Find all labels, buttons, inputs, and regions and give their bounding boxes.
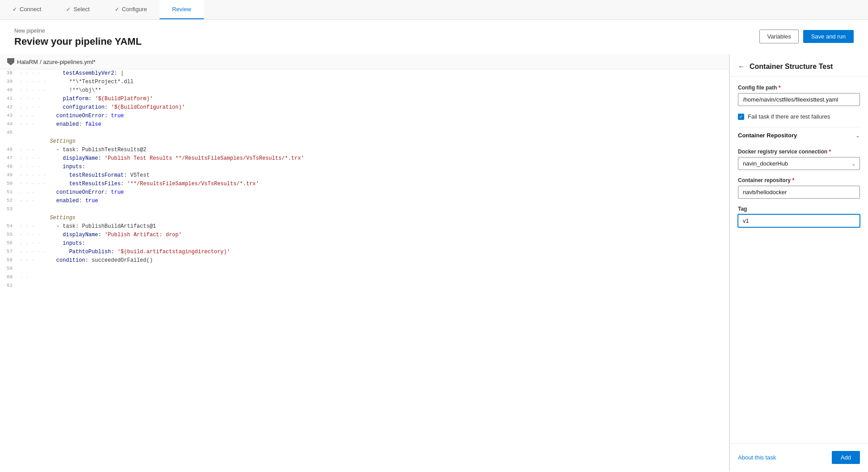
line-dots: - - - — [18, 222, 48, 231]
code-line: 45 — [0, 129, 729, 137]
line-content: **\*TestProject*.dll — [48, 78, 729, 86]
code-line: 44 - - - enabled: false — [0, 120, 729, 129]
line-content: displayName: 'Publish Test Results **/Re… — [48, 154, 729, 163]
back-arrow-icon[interactable]: ← — [738, 63, 745, 71]
line-dots: - - - - - — [18, 171, 48, 180]
line-dots: - - - - — [18, 95, 48, 103]
line-number: 61 — [0, 282, 18, 290]
line-number: 60 — [0, 273, 18, 282]
code-line: 41 - - - - platform: '$(BuildPlatform)' — [0, 95, 729, 103]
tab-select[interactable]: ✓ Select — [54, 0, 102, 19]
line-dots — [18, 265, 48, 273]
line-content: !**\obj\** — [48, 86, 729, 95]
code-line: 52 - - - enabled: true — [0, 197, 729, 205]
line-dots: - - - - - — [18, 180, 48, 188]
code-line: 61 — [0, 282, 729, 290]
line-number: 58 — [0, 256, 18, 265]
line-number: 50 — [0, 180, 18, 188]
line-content: testResultsFiles: '**/ResultsFileSamples… — [48, 180, 729, 188]
line-number: 44 — [0, 120, 18, 129]
line-content: displayName: 'Publish Artifact: drop' — [48, 231, 729, 239]
panel-title: Container Structure Test — [750, 63, 833, 71]
line-number: 49 — [0, 171, 18, 180]
tab-select-label: Select — [73, 6, 89, 13]
code-editor[interactable]: 38 - - - - testAssemblyVer2: | 39 - - - … — [0, 69, 729, 471]
line-dots: - - — [18, 273, 48, 282]
tab-configure-label: Configure — [122, 6, 147, 13]
line-dots: - - - - — [18, 154, 48, 163]
tag-input[interactable] — [738, 214, 860, 227]
line-dots — [18, 205, 48, 214]
line-dots: - - - — [18, 197, 48, 205]
line-number: 38 — [0, 69, 18, 78]
page-title: Review your pipeline YAML — [14, 36, 142, 47]
code-section-settings-2: Settings — [0, 214, 729, 222]
line-content: enabled: true — [48, 197, 729, 205]
fail-task-checkbox-row[interactable]: ✓ Fail task if there are test failures — [738, 113, 860, 120]
line-dots: - - - - — [18, 163, 48, 171]
config-file-path-group: Config file path * — [738, 85, 860, 106]
breadcrumb-filename: azure-pipelines.yml — [43, 59, 93, 65]
line-number: 52 — [0, 197, 18, 205]
line-content — [48, 205, 729, 214]
panel-body: Config file path * ✓ Fail task if there … — [730, 77, 868, 443]
check-icon-select: ✓ — [66, 6, 71, 13]
code-line: 40 - - - - - !**\obj\** — [0, 86, 729, 95]
line-content: platform: '$(BuildPlatform)' — [48, 95, 729, 103]
code-line: 53 — [0, 205, 729, 214]
line-number: 43 — [0, 112, 18, 120]
required-marker-2: * — [829, 149, 831, 155]
check-icon-connect: ✓ — [13, 6, 17, 13]
line-dots — [18, 129, 48, 137]
code-line: 43 - - - continueOnError: true — [0, 112, 729, 120]
code-line: 59 — [0, 265, 729, 273]
docker-registry-select-wrapper: navin_dockerHub ⌄ — [738, 157, 860, 170]
line-number: 53 — [0, 205, 18, 214]
breadcrumb-repo: HalaRM — [17, 59, 38, 65]
container-repo-input[interactable] — [738, 186, 860, 199]
editor-area: HalaRM / azure-pipelines.yml* 38 - - - -… — [0, 55, 729, 471]
tab-connect[interactable]: ✓ Connect — [0, 0, 54, 19]
fail-task-checkbox[interactable]: ✓ — [738, 114, 744, 120]
line-content — [48, 129, 729, 137]
line-content: - task: PublishBuildArtifacts@1 — [48, 222, 729, 231]
container-repo-label: Container repository * — [738, 177, 860, 183]
code-line: 51 - - - continueOnError: true — [0, 188, 729, 197]
line-dots: - - - — [18, 188, 48, 197]
line-content: continueOnError: true — [48, 112, 729, 120]
line-number: 51 — [0, 188, 18, 197]
line-content: PathtoPublish: '$(build.artifactstagingd… — [48, 248, 729, 256]
config-file-path-input[interactable] — [738, 93, 860, 106]
about-this-task-link[interactable]: About this task — [738, 454, 776, 461]
tab-review[interactable]: Review — [160, 0, 204, 19]
line-dots — [18, 282, 48, 290]
docker-registry-select[interactable]: navin_dockerHub — [738, 157, 860, 170]
add-button[interactable]: Add — [832, 451, 860, 464]
line-number: 54 — [0, 222, 18, 231]
docker-registry-group: Docker registry service connection * nav… — [738, 149, 860, 170]
line-content: testAssemblyVer2: | — [48, 69, 729, 78]
tab-configure[interactable]: ✓ Configure — [102, 0, 160, 19]
line-dots: - - - — [18, 112, 48, 120]
line-number: 42 — [0, 103, 18, 112]
line-number: 47 — [0, 154, 18, 163]
line-content: inputs: — [48, 239, 729, 248]
tag-label: Tag — [738, 206, 860, 212]
required-marker: * — [779, 85, 781, 91]
line-dots: - - - - — [18, 69, 48, 78]
page-header-right: Variables Save and run — [759, 28, 854, 43]
code-line: 38 - - - - testAssemblyVer2: | — [0, 69, 729, 78]
code-line: 58 - - - condition: succeededOrFailed() — [0, 256, 729, 265]
check-icon-configure: ✓ — [115, 6, 119, 13]
line-number: 45 — [0, 129, 18, 137]
line-content: configuration: '$(BuildConfiguration)' — [48, 103, 729, 112]
line-number: 57 — [0, 248, 18, 256]
save-run-button[interactable]: Save and run — [803, 30, 854, 43]
variables-button[interactable]: Variables — [759, 30, 798, 43]
line-content: testResultsFormat: VSTest — [48, 171, 729, 180]
config-file-path-label: Config file path * — [738, 85, 860, 91]
line-number: 46 — [0, 146, 18, 154]
collapse-icon[interactable]: ⌄ — [855, 132, 860, 139]
repo-icon — [7, 58, 14, 65]
panel-header: ← Container Structure Test — [730, 55, 868, 77]
